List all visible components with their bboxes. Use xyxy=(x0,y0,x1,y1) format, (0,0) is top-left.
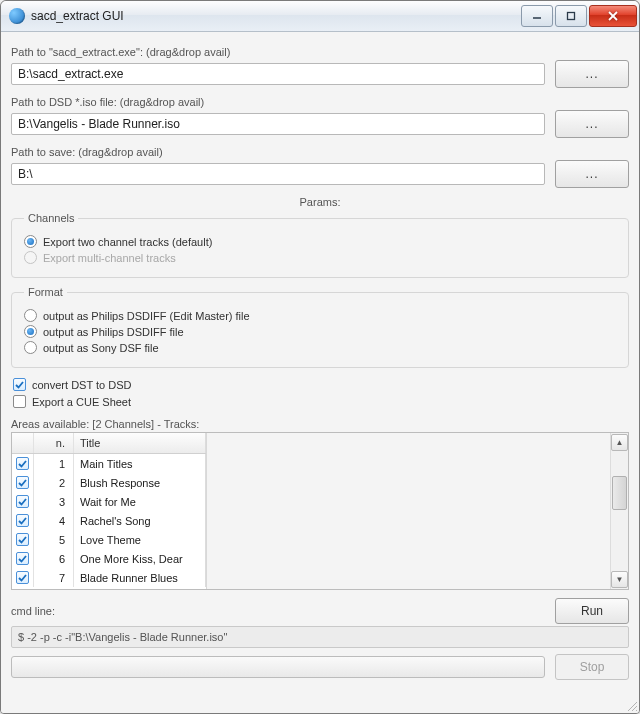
checkbox-export-cue[interactable]: Export a CUE Sheet xyxy=(13,395,629,408)
radio-icon xyxy=(24,325,37,338)
close-button[interactable] xyxy=(589,5,637,27)
progress-bar xyxy=(11,656,545,678)
radio-label: output as Philips DSDIFF (Edit Master) f… xyxy=(43,310,250,322)
track-title: Main Titles xyxy=(74,454,206,473)
exe-path-label: Path to "sacd_extract.exe": (drag&drop a… xyxy=(11,46,629,58)
track-number: 7 xyxy=(34,568,74,587)
radio-icon xyxy=(24,251,37,264)
col-header-title[interactable]: Title xyxy=(74,433,206,453)
radio-two-channel[interactable]: Export two channel tracks (default) xyxy=(24,235,616,248)
scroll-up-button[interactable]: ▲ xyxy=(611,434,628,451)
maximize-button[interactable] xyxy=(555,5,587,27)
tracks-list: n. Title 1Main Titles2Blush Response3Wai… xyxy=(11,432,629,590)
table-row[interactable]: 3Wait for Me xyxy=(12,492,206,511)
track-number: 5 xyxy=(34,530,74,549)
radio-icon xyxy=(24,309,37,322)
table-row[interactable]: 2Blush Response xyxy=(12,473,206,492)
scroll-down-button[interactable]: ▼ xyxy=(611,571,628,588)
table-row[interactable]: 5Love Theme xyxy=(12,530,206,549)
radio-dsdiff[interactable]: output as Philips DSDIFF file xyxy=(24,325,616,338)
track-title: Rachel's Song xyxy=(74,511,206,530)
radio-label: output as Sony DSF file xyxy=(43,342,159,354)
table-row[interactable]: 1Main Titles xyxy=(12,454,206,473)
resize-grip-icon[interactable] xyxy=(624,698,638,712)
checkbox-label: convert DST to DSD xyxy=(32,379,131,391)
channels-legend: Channels xyxy=(24,212,78,224)
svg-line-6 xyxy=(636,710,637,711)
tracks-empty-area: ▲ ▼ xyxy=(206,433,628,589)
svg-rect-1 xyxy=(568,13,575,20)
checkbox-convert-dst[interactable]: convert DST to DSD xyxy=(13,378,629,391)
save-browse-button[interactable]: ... xyxy=(555,160,629,188)
radio-label: Export multi-channel tracks xyxy=(43,252,176,264)
save-path-input[interactable] xyxy=(11,163,545,185)
track-title: Love Theme xyxy=(74,530,206,549)
track-number: 2 xyxy=(34,473,74,492)
track-checkbox[interactable] xyxy=(16,533,29,546)
track-number: 1 xyxy=(34,454,74,473)
exe-browse-button[interactable]: ... xyxy=(555,60,629,88)
tracks-label: Areas available: [2 Channels] - Tracks: xyxy=(11,418,629,430)
track-checkbox[interactable] xyxy=(16,552,29,565)
radio-multi-channel: Export multi-channel tracks xyxy=(24,251,616,264)
track-checkbox[interactable] xyxy=(16,514,29,527)
iso-browse-button[interactable]: ... xyxy=(555,110,629,138)
track-number: 3 xyxy=(34,492,74,511)
radio-dsf[interactable]: output as Sony DSF file xyxy=(24,341,616,354)
radio-label: Export two channel tracks (default) xyxy=(43,236,212,248)
track-title: Blush Response xyxy=(74,473,206,492)
stop-button: Stop xyxy=(555,654,629,680)
table-row[interactable]: 4Rachel's Song xyxy=(12,511,206,530)
app-icon xyxy=(9,8,25,24)
track-number: 4 xyxy=(34,511,74,530)
tracks-header: n. Title xyxy=(12,433,206,454)
track-checkbox[interactable] xyxy=(16,476,29,489)
titlebar: sacd_extract GUI xyxy=(1,1,639,32)
run-button[interactable]: Run xyxy=(555,598,629,624)
cmd-line-value: $ -2 -p -c -i"B:\Vangelis - Blade Runner… xyxy=(11,626,629,648)
iso-path-input[interactable] xyxy=(11,113,545,135)
save-path-label: Path to save: (drag&drop avail) xyxy=(11,146,629,158)
radio-icon xyxy=(24,341,37,354)
iso-path-label: Path to DSD *.iso file: (drag&drop avail… xyxy=(11,96,629,108)
radio-label: output as Philips DSDIFF file xyxy=(43,326,184,338)
tracks-scrollbar[interactable]: ▲ ▼ xyxy=(610,433,628,589)
radio-editmaster[interactable]: output as Philips DSDIFF (Edit Master) f… xyxy=(24,309,616,322)
track-title: Wait for Me xyxy=(74,492,206,511)
checkbox-label: Export a CUE Sheet xyxy=(32,396,131,408)
track-number: 6 xyxy=(34,549,74,568)
radio-icon xyxy=(24,235,37,248)
checkbox-icon xyxy=(13,378,26,391)
format-legend: Format xyxy=(24,286,67,298)
minimize-button[interactable] xyxy=(521,5,553,27)
params-heading: Params: xyxy=(11,196,629,208)
track-checkbox[interactable] xyxy=(16,457,29,470)
channels-group: Channels Export two channel tracks (defa… xyxy=(11,212,629,278)
track-title: Blade Runner Blues xyxy=(74,568,206,587)
table-row[interactable]: 6One More Kiss, Dear xyxy=(12,549,206,568)
window-title: sacd_extract GUI xyxy=(31,9,519,23)
table-row[interactable]: 7Blade Runner Blues xyxy=(12,568,206,587)
track-checkbox[interactable] xyxy=(16,571,29,584)
exe-path-input[interactable] xyxy=(11,63,545,85)
col-header-n[interactable]: n. xyxy=(34,433,74,453)
svg-line-4 xyxy=(628,702,637,711)
format-group: Format output as Philips DSDIFF (Edit Ma… xyxy=(11,286,629,368)
checkbox-icon xyxy=(13,395,26,408)
track-title: One More Kiss, Dear xyxy=(74,549,206,568)
cmd-line-label: cmd line: xyxy=(11,605,55,617)
track-checkbox[interactable] xyxy=(16,495,29,508)
scroll-thumb[interactable] xyxy=(612,476,627,510)
